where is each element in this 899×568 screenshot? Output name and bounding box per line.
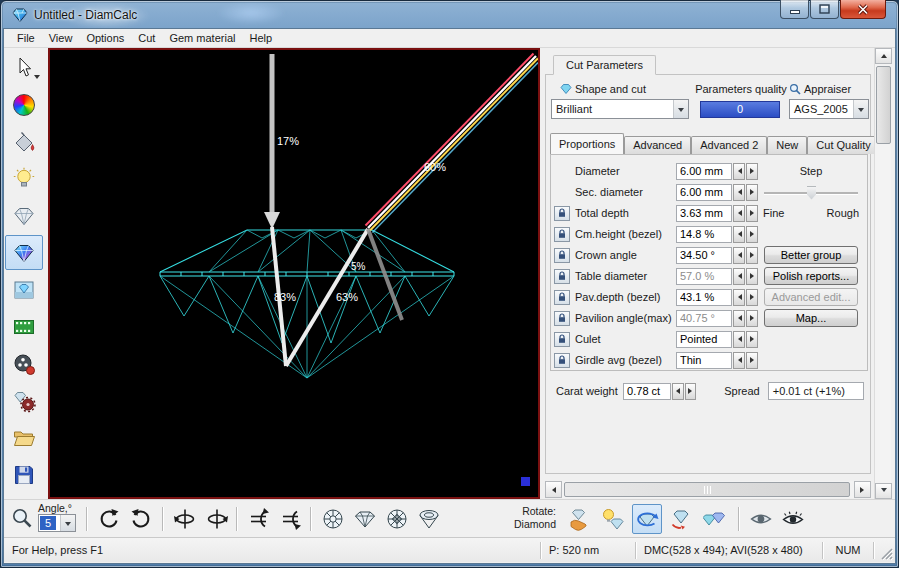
- spin-down-button[interactable]: [733, 205, 745, 222]
- menu-cut[interactable]: Cut: [131, 29, 162, 48]
- pav-depth-input[interactable]: [676, 289, 732, 306]
- lock-toggle-button[interactable]: [554, 227, 570, 242]
- lock-toggle-button[interactable]: [554, 311, 570, 326]
- scrollbar-thumb[interactable]: [876, 66, 891, 144]
- tab-advanced[interactable]: Advanced: [624, 136, 691, 154]
- spin-up-button[interactable]: [746, 184, 758, 201]
- spin-up-button[interactable]: [746, 163, 758, 180]
- photoreal-tool-button[interactable]: [5, 235, 43, 270]
- rotate-ccw-button[interactable]: [126, 504, 156, 534]
- rotate-mode-stereo-button[interactable]: [700, 504, 730, 534]
- wireframe-view-tool-button[interactable]: [5, 198, 43, 233]
- spin-down-button[interactable]: [733, 331, 745, 348]
- carat-weight-input[interactable]: [623, 383, 671, 400]
- view-side-button[interactable]: [350, 504, 380, 534]
- spin-up-button[interactable]: [746, 331, 758, 348]
- rotate-mode-diamond-button[interactable]: [632, 504, 662, 534]
- tab-advanced-2[interactable]: Advanced 2: [691, 136, 767, 154]
- view-perspective-button[interactable]: [414, 504, 444, 534]
- spin-down-button[interactable]: [733, 184, 745, 201]
- light-tool-button[interactable]: [5, 161, 43, 196]
- resize-grip[interactable]: [880, 547, 894, 561]
- panel-vertical-scrollbar[interactable]: [874, 48, 891, 499]
- render-viewport[interactable]: 17% 83% 63% 5% 60%: [48, 48, 540, 499]
- combo-arrow-button[interactable]: [60, 515, 75, 531]
- lock-toggle-button[interactable]: [554, 290, 570, 305]
- lock-toggle-button[interactable]: [554, 353, 570, 368]
- shape-and-cut-select[interactable]: Brilliant: [551, 99, 689, 119]
- spin-down-button[interactable]: [733, 247, 745, 264]
- menu-options[interactable]: Options: [79, 29, 131, 48]
- spin-up-button[interactable]: [746, 205, 758, 222]
- scroll-up-button[interactable]: [875, 48, 892, 64]
- rotate-axis-x-up-button[interactable]: [244, 504, 274, 534]
- step-slider-thumb[interactable]: [807, 187, 816, 200]
- combo-arrow-button[interactable]: [853, 100, 868, 118]
- menu-gem-material[interactable]: Gem material: [162, 29, 242, 48]
- better-group-button[interactable]: Better group: [764, 246, 858, 264]
- crown-height-input[interactable]: [676, 226, 732, 243]
- angle-select[interactable]: 5: [38, 514, 76, 532]
- tab-cut-quality[interactable]: Cut Quality: [807, 136, 879, 154]
- spin-down-button[interactable]: [733, 352, 745, 369]
- maximize-button[interactable]: [810, 0, 839, 19]
- spin-down-button[interactable]: [672, 383, 684, 400]
- rotate-axis-y-left-button[interactable]: [170, 504, 200, 534]
- spin-up-button[interactable]: [746, 310, 758, 327]
- spin-down-button[interactable]: [733, 163, 745, 180]
- rotate-mode-touch-button[interactable]: [666, 504, 696, 534]
- titlebar[interactable]: Untitled - DiamCalc: [3, 2, 896, 28]
- menu-file[interactable]: File: [10, 29, 42, 48]
- combo-arrow-button[interactable]: [673, 100, 688, 118]
- scene-view-tool-button[interactable]: [5, 272, 43, 307]
- spin-up-button[interactable]: [746, 226, 758, 243]
- tab-cut-parameters[interactable]: Cut Parameters: [553, 55, 656, 75]
- crown-angle-input[interactable]: [676, 247, 732, 264]
- menu-view[interactable]: View: [42, 29, 80, 48]
- polish-reports-button[interactable]: Polish reports...: [764, 267, 858, 285]
- spin-up-button[interactable]: [746, 268, 758, 285]
- pavilion-angle-input[interactable]: [676, 310, 732, 327]
- tab-proportions[interactable]: Proportions: [550, 133, 624, 154]
- lock-toggle-button[interactable]: [554, 269, 570, 284]
- close-button[interactable]: [840, 0, 886, 19]
- fill-tool-button[interactable]: [5, 124, 43, 159]
- view-eye-button[interactable]: [778, 504, 808, 534]
- record-tool-button[interactable]: [5, 346, 43, 381]
- table-diameter-input[interactable]: [676, 268, 732, 285]
- spin-down-button[interactable]: [733, 268, 745, 285]
- gem-wheel-tool-button[interactable]: [5, 383, 43, 418]
- appraiser-select[interactable]: AGS_2005: [789, 99, 869, 119]
- color-wheel-tool-button[interactable]: [5, 87, 43, 122]
- view-eye-gray-button[interactable]: [746, 504, 776, 534]
- cursor-tool-button[interactable]: [5, 50, 43, 85]
- zoom-tool[interactable]: [10, 506, 34, 530]
- minimize-button[interactable]: [780, 0, 809, 19]
- spin-up-button[interactable]: [746, 247, 758, 264]
- scrollbar-thumb[interactable]: [564, 482, 850, 497]
- spin-down-button[interactable]: [733, 310, 745, 327]
- map-button[interactable]: Map...: [764, 309, 858, 327]
- rotate-mode-hand-button[interactable]: [564, 504, 594, 534]
- spin-up-button[interactable]: [685, 383, 697, 400]
- diameter-input[interactable]: [676, 163, 732, 180]
- rotate-mode-light-button[interactable]: [598, 504, 628, 534]
- spin-up-button[interactable]: [746, 352, 758, 369]
- step-slider[interactable]: [764, 192, 858, 195]
- spin-up-button[interactable]: [746, 289, 758, 306]
- culet-input[interactable]: [676, 331, 732, 348]
- lock-toggle-button[interactable]: [554, 206, 570, 221]
- save-button[interactable]: [5, 457, 43, 492]
- lock-toggle-button[interactable]: [554, 332, 570, 347]
- rotate-cw-button[interactable]: [94, 504, 124, 534]
- scroll-left-button[interactable]: [545, 481, 562, 498]
- view-table-up-button[interactable]: [318, 504, 348, 534]
- tab-new[interactable]: New: [767, 136, 807, 154]
- rotate-axis-y-right-button[interactable]: [202, 504, 232, 534]
- advanced-edit-button[interactable]: Advanced edit...: [764, 288, 858, 306]
- open-file-button[interactable]: [5, 420, 43, 455]
- girdle-input[interactable]: [676, 352, 732, 369]
- view-pavilion-button[interactable]: [382, 504, 412, 534]
- movie-tool-button[interactable]: [5, 309, 43, 344]
- panel-horizontal-scrollbar[interactable]: [545, 481, 871, 498]
